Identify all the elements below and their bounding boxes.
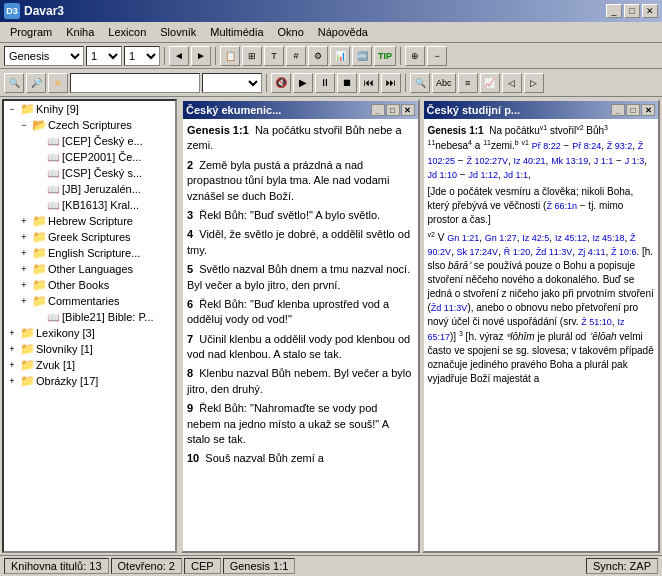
nav-forward-button[interactable]: ►: [191, 46, 211, 66]
panel1-maximize[interactable]: □: [386, 104, 400, 116]
sidebar-item-slovniky[interactable]: + 📁 Slovníky [1]: [4, 341, 175, 357]
toolbar-btn-2[interactable]: ⊞: [242, 46, 262, 66]
sidebar-item-jb[interactable]: 📖 [JB] Jeruzalén...: [4, 181, 175, 197]
ref-iz4021[interactable]: Iz 40:21: [514, 156, 546, 166]
sidebar-item-english[interactable]: + 📁 English Scripture...: [4, 245, 175, 261]
toggle-english[interactable]: +: [18, 247, 30, 259]
menu-lexicon[interactable]: Lexicon: [102, 24, 152, 40]
search-scope-select[interactable]: [202, 73, 262, 93]
search-input[interactable]: [70, 73, 200, 93]
play-btn[interactable]: ▶: [293, 73, 313, 93]
toggle-other-books[interactable]: +: [18, 279, 30, 291]
maximize-button[interactable]: □: [624, 4, 640, 18]
list-btn[interactable]: ≡: [458, 73, 478, 93]
panel1-titlebar[interactable]: Český ekumenic... _ □ ✕: [183, 101, 418, 119]
toggle-lexikony[interactable]: +: [6, 327, 18, 339]
toggle-hebrew[interactable]: +: [18, 215, 30, 227]
ref-sk1724v[interactable]: Sk 17:24V: [457, 247, 499, 257]
ref-j11[interactable]: J 1:1: [594, 156, 614, 166]
menu-multimedia[interactable]: Multimédia: [204, 24, 269, 40]
close-button[interactable]: ✕: [642, 4, 658, 18]
toggle-obrazky[interactable]: +: [6, 375, 18, 387]
panel1-minimize[interactable]: _: [371, 104, 385, 116]
stop-btn[interactable]: ⏹: [337, 73, 357, 93]
ref-pr824[interactable]: Př 8:24: [572, 142, 601, 152]
toolbar-btn-3[interactable]: T: [264, 46, 284, 66]
toggle-commentaries[interactable]: +: [18, 295, 30, 307]
ref-z106[interactable]: Ž 10:6: [611, 247, 637, 257]
toggle-other-lang[interactable]: +: [18, 263, 30, 275]
ref-zd113v[interactable]: Žd 11:3V: [536, 247, 573, 257]
panel2-minimize[interactable]: _: [611, 104, 625, 116]
sidebar-item-other-books[interactable]: + 📁 Other Books: [4, 277, 175, 293]
rew-btn[interactable]: ⏮: [359, 73, 379, 93]
toolbar-btn-4[interactable]: #: [286, 46, 306, 66]
fwd-btn[interactable]: ⏭: [381, 73, 401, 93]
extra-btn1[interactable]: ◁: [502, 73, 522, 93]
ref-zd113v2[interactable]: Žd 11:3V: [431, 303, 468, 313]
ref-zj411[interactable]: Zj 4:11: [578, 247, 606, 257]
ref-iz4518[interactable]: Iz 45:18: [593, 233, 625, 243]
search2-btn[interactable]: 🔍: [410, 73, 430, 93]
extra-btn2[interactable]: ▷: [524, 73, 544, 93]
toolbar-btn-7[interactable]: 🔤: [352, 46, 372, 66]
sidebar-item-cep[interactable]: 📖 [CEP] Český e...: [4, 133, 175, 149]
panel2-maximize[interactable]: □: [626, 104, 640, 116]
ref-r120[interactable]: Ř 1:20: [504, 247, 531, 257]
ref-j13[interactable]: J 1:3: [625, 156, 645, 166]
ref-jd112[interactable]: Jd 1:12: [468, 170, 498, 180]
ref-iz4512[interactable]: Iz 45:12: [555, 233, 587, 243]
toolbar-btn-5[interactable]: ⚙: [308, 46, 328, 66]
chart-btn[interactable]: 📈: [480, 73, 500, 93]
menu-kniha[interactable]: Kniha: [60, 24, 100, 40]
toolbar-btn-6[interactable]: 📊: [330, 46, 350, 66]
abc-btn[interactable]: Abc: [432, 73, 456, 93]
minimize-button[interactable]: _: [606, 4, 622, 18]
ref-pr822[interactable]: Př 8:22: [532, 142, 561, 152]
filter-btn[interactable]: 🔎: [26, 73, 46, 93]
highlight-btn[interactable]: A: [48, 73, 68, 93]
menu-program[interactable]: Program: [4, 24, 58, 40]
ref-z5110[interactable]: Ž 51:10: [581, 317, 612, 327]
ref-gn127[interactable]: Gn 1:27: [485, 233, 517, 243]
ref-jd11[interactable]: Jd 1:1: [504, 170, 529, 180]
chapter-select[interactable]: 1: [86, 46, 122, 66]
sidebar-item-obrazky[interactable]: + 📁 Obrázky [17]: [4, 373, 175, 389]
panel2-content[interactable]: Genesis 1:1 Na počátkuv1 stvořilv2 Bůh3 …: [424, 119, 659, 551]
toggle-greek[interactable]: +: [18, 231, 30, 243]
toolbar-btn-1[interactable]: 📋: [220, 46, 240, 66]
sidebar-item-kb[interactable]: 📖 [KB1613] Kral...: [4, 197, 175, 213]
menu-slovnik[interactable]: Slovník: [154, 24, 202, 40]
panel1-content[interactable]: Genesis 1:1 Na počátku stvořil Bůh nebe …: [183, 119, 418, 551]
toolbar-btn-9[interactable]: −: [427, 46, 447, 66]
sidebar-item-zvuk[interactable]: + 📁 Zvuk [1]: [4, 357, 175, 373]
ref-z10227[interactable]: Ž 102:27V: [466, 156, 508, 166]
search-mode-btn[interactable]: 🔍: [4, 73, 24, 93]
sidebar-item-csp[interactable]: 📖 [CSP] Český s...: [4, 165, 175, 181]
ref-iz425[interactable]: Iz 42:5: [522, 233, 549, 243]
panel2-titlebar[interactable]: Český studijní p... _ □ ✕: [424, 101, 659, 119]
sidebar-item-knihy[interactable]: − 📁 Knihy [9]: [4, 101, 175, 117]
ref-z932[interactable]: Ž 93:2: [607, 142, 633, 152]
pause-btn[interactable]: ⏸: [315, 73, 335, 93]
nav-back-button[interactable]: ◄: [169, 46, 189, 66]
audio-btn[interactable]: 🔇: [271, 73, 291, 93]
sidebar-item-cep2001[interactable]: 📖 [CEP2001] Če...: [4, 149, 175, 165]
sidebar-item-czech[interactable]: − 📂 Czech Scriptures: [4, 117, 175, 133]
toolbar-btn-8[interactable]: ⊕: [405, 46, 425, 66]
sidebar-item-lexikony[interactable]: + 📁 Lexikony [3]: [4, 325, 175, 341]
sidebar-item-other-lang[interactable]: + 📁 Other Languages: [4, 261, 175, 277]
ref-gn121[interactable]: Gn 1:21: [447, 233, 479, 243]
panel2-close[interactable]: ✕: [641, 104, 655, 116]
menu-okno[interactable]: Okno: [272, 24, 310, 40]
sidebar-item-hebrew[interactable]: + 📁 Hebrew Scripture: [4, 213, 175, 229]
toggle-czech[interactable]: −: [18, 119, 30, 131]
book-select[interactable]: Genesis: [4, 46, 84, 66]
ref-mk1319[interactable]: Mk 13:19: [551, 156, 588, 166]
sidebar-item-greek[interactable]: + 📁 Greek Scriptures: [4, 229, 175, 245]
menu-napoveda[interactable]: Nápověda: [312, 24, 374, 40]
sidebar-item-commentaries[interactable]: + 📁 Commentaries: [4, 293, 175, 309]
toggle-zvuk[interactable]: +: [6, 359, 18, 371]
toggle-knihy[interactable]: −: [6, 103, 18, 115]
panel1-close[interactable]: ✕: [401, 104, 415, 116]
